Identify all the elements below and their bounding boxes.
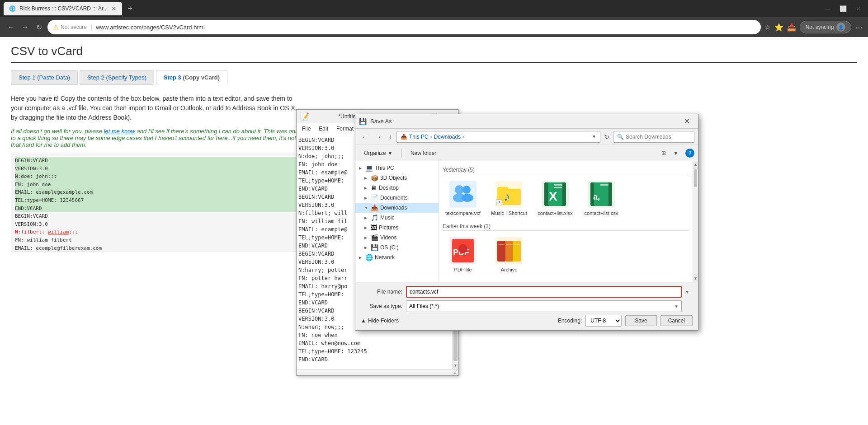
dialog-forward-button[interactable]: →: [373, 131, 384, 142]
vcard-line: TEL;type=HOME: 12345667: [15, 196, 296, 205]
favorites-button[interactable]: ☆: [764, 23, 771, 32]
tree-item-pictures[interactable]: ▶ 🖼 Pictures: [355, 223, 439, 233]
scroll-track: [693, 188, 698, 275]
file-item-pdf[interactable]: PDF PDF file: [443, 234, 483, 274]
vcard-line: BEGIN:VCARD: [15, 157, 296, 165]
svg-rect-31: [506, 244, 513, 245]
notepad-menu-edit[interactable]: Edit: [315, 125, 332, 133]
file-item-xlsx[interactable]: X contact+list.xlsx: [535, 178, 576, 218]
step2-paren: (Specify Types): [106, 74, 146, 81]
separator: |: [90, 23, 92, 31]
new-tab-button[interactable]: +: [124, 4, 136, 14]
favorites-collection-button[interactable]: ⭐: [774, 23, 783, 32]
dialog-close-button[interactable]: ✕: [679, 116, 694, 126]
encoding-select[interactable]: UTF-8: [585, 315, 622, 327]
csv-file-name: contact+list.csv: [585, 210, 618, 216]
step1-paren: (Paste Data): [37, 74, 70, 81]
file-item-csv[interactable]: a, contact+list.csv: [581, 178, 622, 218]
videos-icon: 🎬: [371, 234, 378, 241]
dialog-toolbar: ← → ↑ 📥 This PC › Downloads › ▼ ↻ 🔍: [355, 129, 698, 145]
view-dropdown-button[interactable]: ▼: [670, 149, 682, 158]
address-bar-row: ← → ↻ ⚠ Not secure | www.artistec.com/pa…: [0, 17, 868, 37]
scroll-down[interactable]: ▼: [453, 362, 458, 369]
osc-label: OS (C:): [380, 244, 399, 251]
filename-dropdown-arrow[interactable]: ▼: [682, 290, 693, 294]
tree-item-network[interactable]: ▶ 🌐 Network: [355, 252, 439, 262]
resize-handle[interactable]: ⊿: [453, 370, 457, 375]
tree-item-3dobjects[interactable]: ▶ 📦 3D Objects: [355, 173, 439, 183]
thispc-icon: 💻: [365, 164, 373, 172]
scroll-up-button[interactable]: ▲: [693, 161, 698, 168]
step3-paren: (Copy vCard): [183, 74, 220, 81]
tree-item-videos[interactable]: ▶ 🎬 Videos: [355, 233, 439, 243]
security-warning: ⚠ Not secure: [53, 23, 87, 31]
file-item-archive[interactable]: Archive: [489, 234, 529, 274]
dialog-up-button[interactable]: ↑: [386, 131, 395, 142]
notepad-menu-file[interactable]: File: [298, 125, 314, 133]
notepad-icon: 📝: [300, 112, 309, 121]
let-me-know-link[interactable]: let me know: [104, 128, 135, 135]
cancel-button[interactable]: Cancel: [660, 315, 693, 326]
breadcrumb-arrow[interactable]: ▼: [592, 134, 596, 139]
step2-label: Step 2: [87, 74, 104, 81]
tree-item-downloads[interactable]: ▼ 📥 Downloads: [355, 203, 439, 213]
tree-item-desktop[interactable]: ▶ 🖥 Desktop: [355, 183, 439, 193]
scroll-down-button[interactable]: ▼: [693, 275, 698, 282]
files-scrollbar[interactable]: ▲ ▼: [693, 161, 698, 282]
active-tab[interactable]: 🌐 Rick Burress ::: CSV2VCARD ::: Ar... ✕: [4, 2, 122, 15]
vcard-line: FN: william filbert: [15, 236, 296, 244]
view-toggle: ⊞ ▼: [658, 149, 682, 158]
tree-item-osc[interactable]: ▶ 💾 OS (C:): [355, 243, 439, 252]
breadcrumb-thispc[interactable]: This PC: [409, 134, 429, 140]
documents-icon: 📄: [371, 194, 378, 201]
filename-row: File name: ▼: [361, 286, 693, 298]
dialog-refresh-button[interactable]: ↻: [602, 131, 611, 142]
3dobjects-icon: 📦: [371, 174, 378, 182]
new-folder-button[interactable]: New folder: [406, 148, 441, 158]
savetype-dropdown[interactable]: All Files (*.*) ▼: [406, 300, 682, 312]
vcard-line: END:VCARD: [15, 205, 296, 213]
vcard-line: VERSION:3.0: [15, 165, 296, 173]
archive-svg-icon: [495, 237, 523, 264]
dialog-back-button[interactable]: ←: [359, 131, 371, 142]
tree-item-thispc[interactable]: ▶ 💻 This PC: [355, 163, 439, 173]
forward-button[interactable]: →: [20, 21, 31, 33]
music-icon: 🎵: [371, 214, 378, 221]
breadcrumb[interactable]: 📥 This PC › Downloads › ▼: [396, 131, 600, 143]
music-shortcut-icon: ♪ ↗: [495, 180, 524, 209]
vcard-line: VERSION:3.0: [15, 220, 296, 229]
file-item-vcf[interactable]: textcompare.vcf: [443, 178, 483, 218]
view-tiles-button[interactable]: ⊞: [658, 149, 669, 158]
browser-menu-button[interactable]: ···: [855, 22, 863, 33]
refresh-button[interactable]: ↻: [34, 21, 44, 33]
file-item-music[interactable]: ♪ ↗ Music - Shortcut: [489, 178, 529, 218]
tree-item-music[interactable]: ▶ 🎵 Music: [355, 213, 439, 223]
notepad-content-line: END:VCARD: [298, 355, 450, 364]
tree-item-documents[interactable]: ▶ 📄 Documents: [355, 193, 439, 203]
tab-step1[interactable]: Step 1 (Paste Data): [11, 70, 78, 85]
save-button[interactable]: 📥: [787, 23, 796, 32]
profile-button[interactable]: Not syncing 👤: [800, 21, 852, 33]
hide-folders-button[interactable]: ▲ Hide Folders: [361, 318, 399, 324]
back-button[interactable]: ←: [5, 21, 16, 33]
save-button[interactable]: Save: [625, 315, 656, 326]
window-close-button[interactable]: ✕: [852, 5, 864, 13]
address-bar[interactable]: ⚠ Not secure | www.artistec.com/pages/CS…: [47, 20, 761, 34]
filename-input[interactable]: [406, 286, 682, 298]
pdf-file-icon: PDF: [448, 236, 477, 265]
dialog-files: Yesterday (5): [439, 161, 693, 282]
organize-button[interactable]: Organize ▼: [359, 148, 398, 158]
tab-step2[interactable]: Step 2 (Specify Types): [80, 70, 154, 85]
search-input[interactable]: [626, 134, 690, 140]
minimize-button[interactable]: —: [821, 5, 834, 13]
help-button[interactable]: ?: [685, 149, 694, 158]
breadcrumb-sep1: ›: [430, 134, 432, 140]
maximize-button[interactable]: ⬜: [836, 5, 850, 13]
step1-label: Step 1: [19, 74, 36, 81]
scroll-thumb-top[interactable]: [694, 169, 697, 187]
tab-step3[interactable]: Step 3 (Copy vCard): [156, 70, 227, 85]
breadcrumb-downloads[interactable]: Downloads: [434, 134, 461, 140]
vcard-line: EMAIL: esample@example.com: [15, 188, 296, 196]
tab-close-button[interactable]: ✕: [111, 5, 117, 12]
notepad-menu-format[interactable]: Format: [333, 125, 357, 133]
